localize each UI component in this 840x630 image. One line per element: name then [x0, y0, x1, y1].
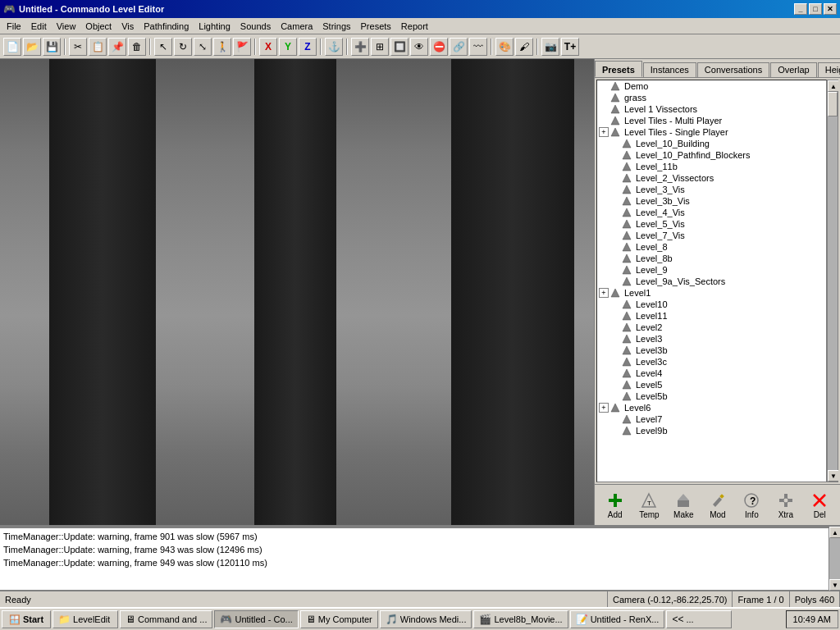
taskbar-item-level8b_movie...[interactable]: 🎬Level8b_Movie... — [473, 610, 568, 628]
temp-panel-button[interactable]: TTemp — [636, 489, 662, 521]
scroll-track[interactable] — [828, 92, 838, 470]
tree-item[interactable]: Level_9a_Vis_Sectors — [597, 276, 826, 287]
log-scrollbar[interactable]: ▲ ▼ — [829, 527, 840, 591]
block-button[interactable]: ⛔ — [430, 38, 448, 56]
tree-item[interactable]: Level_9 — [597, 264, 826, 276]
menu-lighting[interactable]: Lighting — [194, 20, 235, 33]
tree-item[interactable]: Level_8 — [597, 241, 826, 253]
menu-file[interactable]: File — [2, 20, 26, 33]
anchor-button[interactable]: ⚓ — [325, 38, 343, 56]
copy-button[interactable]: 📋 — [89, 38, 107, 56]
tree-item[interactable]: Level_8b — [597, 253, 826, 264]
new-button[interactable]: 📄 — [3, 38, 21, 56]
log-scroll-down[interactable]: ▼ — [829, 579, 840, 591]
del-panel-button[interactable]: Del — [806, 489, 833, 521]
taskbar-item-my-computer[interactable]: 🖥My Computer — [300, 610, 378, 628]
expand-icon[interactable]: + — [599, 288, 609, 298]
tab-instances[interactable]: Instances — [643, 62, 696, 77]
close-button[interactable]: ✕ — [824, 3, 837, 15]
maximize-button[interactable]: □ — [809, 3, 822, 15]
tree-item[interactable]: Level5 — [597, 379, 826, 390]
path-button[interactable]: 〰 — [469, 38, 487, 56]
tab-heightfield[interactable]: Heightfield — [818, 62, 840, 77]
menu-strings[interactable]: Strings — [317, 20, 355, 33]
tree-item[interactable]: Level_3_Vis — [597, 184, 826, 195]
move-button[interactable]: ↖ — [154, 38, 172, 56]
preset-tree[interactable]: DemograssLevel 1 VissectorsLevel Tiles -… — [596, 80, 827, 482]
tree-item[interactable]: Level_5_Vis — [597, 218, 826, 230]
text-button[interactable]: T+ — [561, 38, 579, 56]
tree-item[interactable]: Level Tiles - Multi Player — [597, 115, 826, 126]
tab-overlap[interactable]: Overlap — [770, 62, 817, 77]
scroll-down-button[interactable]: ▼ — [828, 470, 838, 482]
minimize-button[interactable]: _ — [794, 3, 807, 15]
log-scroll-up[interactable]: ▲ — [829, 527, 840, 538]
save-button[interactable]: 💾 — [43, 38, 61, 56]
camera-button[interactable]: 📷 — [541, 38, 559, 56]
tree-item[interactable]: Level4 — [597, 368, 826, 379]
tree-item[interactable]: Level_10_Pathfind_Blockers — [597, 149, 826, 161]
menu-vis[interactable]: Vis — [116, 20, 139, 33]
z-axis-button[interactable]: Z — [299, 38, 317, 56]
tree-item[interactable]: Level9b — [597, 425, 826, 436]
snap-button[interactable]: 🔲 — [390, 38, 409, 56]
tab-conversations[interactable]: Conversations — [697, 62, 769, 77]
log-scroll-track[interactable] — [829, 538, 840, 579]
tree-item[interactable]: Level3c — [597, 356, 826, 368]
menu-object[interactable]: Object — [80, 20, 116, 33]
paste-button[interactable]: 📌 — [108, 38, 126, 56]
delete-button[interactable]: 🗑 — [128, 38, 146, 56]
tree-item[interactable]: +Level6 — [597, 402, 826, 413]
link-button[interactable]: 🔗 — [450, 38, 468, 56]
start-button[interactable]: 🪟 Start — [2, 610, 51, 628]
tree-item[interactable]: Level3 — [597, 333, 826, 345]
grid-button[interactable]: ⊞ — [371, 38, 389, 56]
scale-button[interactable]: ⤡ — [194, 38, 212, 56]
taskbar-item-leveledit[interactable]: 📁LevelEdit — [52, 610, 118, 628]
taskbar-item-untitled---renx...[interactable]: 📝Untitled - RenX... — [570, 610, 665, 628]
cut-button[interactable]: ✂ — [69, 38, 87, 56]
eye-button[interactable]: 👁 — [410, 38, 428, 56]
menu-pathfinding[interactable]: Pathfinding — [139, 20, 194, 33]
info-panel-button[interactable]: ?Info — [738, 489, 765, 521]
taskbar-item-windows-medi...[interactable]: 🎵Windows Medi... — [380, 610, 472, 628]
expand-icon[interactable]: + — [599, 403, 609, 413]
tree-item[interactable]: Level_7_Vis — [597, 230, 826, 241]
taskbar-item-command-and-...[interactable]: 🖥Command and ... — [120, 610, 212, 628]
make-panel-button[interactable]: Make — [670, 489, 696, 521]
tree-item[interactable]: Level 1 Vissectors — [597, 103, 826, 115]
tree-item[interactable]: Level3b — [597, 345, 826, 356]
scroll-up-button[interactable]: ▲ — [828, 80, 838, 92]
add-object-button[interactable]: ➕ — [351, 38, 369, 56]
menu-presets[interactable]: Presets — [356, 20, 396, 33]
mod-panel-button[interactable]: Mod — [705, 489, 731, 521]
flag-button[interactable]: 🚩 — [233, 38, 251, 56]
render-button[interactable]: 🎨 — [495, 38, 514, 56]
tree-scrollbar[interactable]: ▲ ▼ — [827, 80, 838, 482]
tree-item[interactable]: Level7 — [597, 413, 826, 425]
tree-item[interactable]: Level_11b — [597, 161, 826, 172]
rotate-button[interactable]: ↻ — [174, 38, 192, 56]
tree-item[interactable]: Level_10_Building — [597, 138, 826, 149]
tree-item[interactable]: Level5b — [597, 390, 826, 402]
menu-edit[interactable]: Edit — [26, 20, 52, 33]
tree-item[interactable]: Demo — [597, 80, 826, 92]
taskbar-item-untitled---co...[interactable]: 🎮Untitled - Co... — [214, 610, 298, 628]
menu-view[interactable]: View — [52, 20, 81, 33]
xtra-panel-button[interactable]: Xtra — [773, 489, 799, 521]
taskbar-item-...[interactable]: <<... — [666, 610, 732, 628]
menu-camera[interactable]: Camera — [276, 20, 317, 33]
open-button[interactable]: 📂 — [23, 38, 41, 56]
tree-item[interactable]: +Level Tiles - Single Player — [597, 126, 826, 138]
expand-icon[interactable]: + — [599, 127, 609, 137]
y-axis-button[interactable]: Y — [279, 38, 297, 56]
tree-item[interactable]: Level_4_Vis — [597, 207, 826, 218]
menu-report[interactable]: Report — [396, 20, 433, 33]
tree-item[interactable]: Level11 — [597, 310, 826, 322]
add-panel-button[interactable]: Add — [602, 489, 628, 521]
paint-button[interactable]: 🖌 — [515, 38, 533, 56]
x-axis-button[interactable]: X — [259, 38, 277, 56]
tree-item[interactable]: Level10 — [597, 299, 826, 310]
tree-item[interactable]: +Level1 — [597, 287, 826, 299]
tab-presets[interactable]: Presets — [595, 61, 642, 77]
